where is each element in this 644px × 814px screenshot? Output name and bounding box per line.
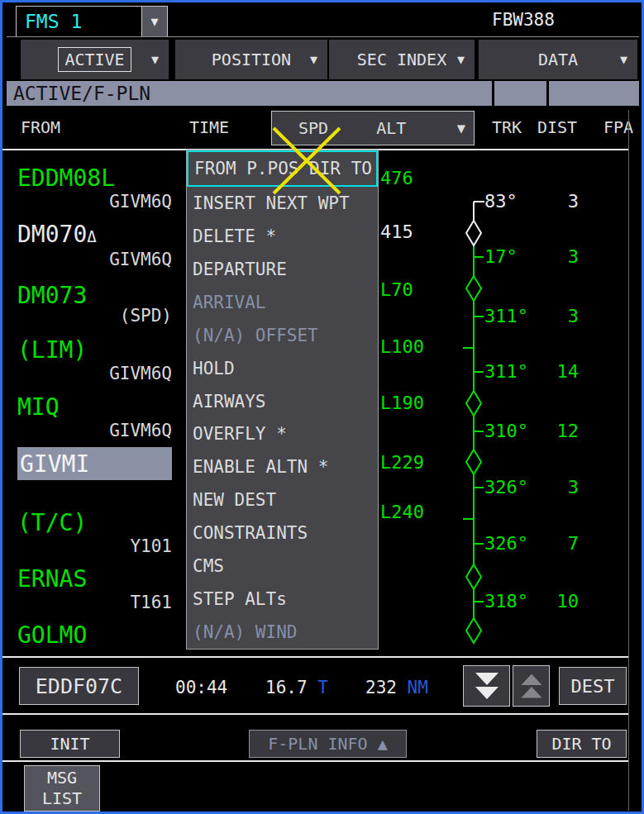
menu-item-enable-altn[interactable]: ENABLE ALTN * bbox=[187, 450, 378, 483]
alt-value: L190 bbox=[380, 393, 424, 413]
leg-distance-value: 3 bbox=[521, 306, 579, 326]
alt-value: L240 bbox=[380, 502, 424, 522]
menu-item-new-dest[interactable]: NEW DEST bbox=[187, 483, 378, 516]
col-header-from: FROM bbox=[21, 117, 60, 137]
divider bbox=[546, 81, 549, 106]
divider bbox=[2, 760, 628, 762]
alt-value: 476 bbox=[380, 168, 413, 188]
menu-item-insert-next-wpt[interactable]: INSERT NEXT WPT bbox=[187, 187, 378, 220]
tab-active-label: ACTIVE bbox=[58, 47, 131, 72]
menu-item-n-a-wind: (N/A) WIND bbox=[187, 616, 378, 649]
leg-distance-value: 10 bbox=[521, 591, 579, 612]
leg-distance-value: 7 bbox=[521, 533, 579, 554]
double-chevron-down-icon bbox=[470, 671, 503, 701]
chevron-down-icon: ▼ bbox=[457, 120, 465, 136]
col-header-time: TIME bbox=[189, 117, 229, 137]
menu-item-constraints[interactable]: CONSTRAINTS bbox=[187, 516, 378, 550]
fms-source-label: FMS 1 bbox=[17, 7, 141, 36]
menu-item-cms[interactable]: CMS bbox=[187, 550, 378, 583]
alt-value: L229 bbox=[380, 452, 424, 473]
tab-active[interactable]: ACTIVE ▼ bbox=[21, 40, 169, 79]
leg-distance-value: 12 bbox=[521, 421, 579, 441]
waypoint-diamond-active bbox=[466, 221, 481, 245]
airway-label-givm6q: GIVM6Q bbox=[17, 250, 172, 269]
tab-data[interactable]: DATA ▼ bbox=[479, 40, 637, 79]
col-header-spd: SPD bbox=[298, 118, 328, 138]
chevron-down-icon: ▼ bbox=[457, 52, 465, 67]
waypoint-diamond bbox=[466, 564, 481, 589]
waypoint-row-miq[interactable]: MIQ bbox=[17, 393, 60, 421]
leg-track-value: 83° bbox=[484, 191, 518, 212]
airway-label-t161: T161 bbox=[17, 593, 172, 612]
init-button[interactable]: INIT bbox=[20, 730, 120, 758]
efob-unit: T bbox=[317, 678, 328, 697]
airway-label-givm6q: GIVM6Q bbox=[17, 364, 172, 383]
destination-airport-button[interactable]: EDDF07C bbox=[19, 667, 139, 705]
chevron-down-icon: ▼ bbox=[310, 52, 317, 67]
chevron-down-icon: ▼ bbox=[151, 52, 159, 67]
waypoint-row-dm070[interactable]: DM070Δ bbox=[17, 221, 97, 248]
fms-source-selector[interactable]: FMS 1 ▼ bbox=[16, 6, 168, 37]
breadcrumb: ACTIVE/F-PLN bbox=[7, 81, 639, 106]
fpln-info-button[interactable]: F-PLN INFO ▲ bbox=[249, 730, 407, 758]
distance-value: 232 bbox=[365, 678, 397, 697]
table-right-divider bbox=[628, 110, 629, 811]
tab-position[interactable]: POSITION ▼ bbox=[175, 40, 327, 79]
waypoint-row-eddm08l[interactable]: EDDM08L bbox=[17, 164, 115, 192]
waypoint-row-golmo[interactable]: GOLMO bbox=[17, 621, 87, 649]
scroll-up-button[interactable] bbox=[513, 665, 550, 707]
msg-list-button[interactable]: MSG LIST bbox=[24, 765, 100, 812]
waypoint-diamond bbox=[466, 618, 481, 643]
waypoint-diamond bbox=[466, 450, 481, 474]
tab-sec-index[interactable]: SEC INDEX ▼ bbox=[329, 40, 475, 79]
flyover-triangle-icon: Δ bbox=[87, 227, 96, 245]
menu-item-airways[interactable]: AIRWAYS bbox=[187, 385, 378, 418]
fms-mfd-screen: FMS 1 ▼ FBW388 ACTIVE ▼ POSITION ▼ SEC I… bbox=[0, 0, 644, 814]
destination-efob: 16.7 T bbox=[265, 678, 328, 697]
menu-item-hold[interactable]: HOLD bbox=[187, 352, 378, 385]
leg-track-value: 17° bbox=[484, 246, 518, 267]
scroll-down-button[interactable] bbox=[463, 665, 510, 707]
alt-value: 415 bbox=[380, 221, 413, 242]
col-header-trk: TRK bbox=[492, 117, 522, 137]
divider bbox=[2, 656, 628, 658]
waypoint-row-t-c[interactable]: (T/C) bbox=[17, 509, 87, 536]
menu-item-overfly[interactable]: OVERFLY * bbox=[187, 418, 378, 451]
divider bbox=[2, 713, 628, 715]
double-chevron-up-icon bbox=[517, 671, 546, 701]
menu-item-from-p-pos-dir-to[interactable]: FROM P.POS DIR TO bbox=[187, 150, 378, 187]
menu-item-delete[interactable]: DELETE * bbox=[187, 220, 378, 253]
waypoint-row-ernas[interactable]: ERNAS bbox=[17, 565, 87, 593]
waypoint-row-lim[interactable]: (LIM) bbox=[17, 336, 87, 364]
airway-label-y101: Y101 bbox=[17, 536, 172, 556]
leg-distance-value: 14 bbox=[521, 361, 579, 382]
divider bbox=[492, 81, 494, 106]
leg-distance-value: 3 bbox=[521, 477, 579, 497]
airway-label-givm6q: GIVM6Q bbox=[17, 421, 172, 440]
spd-alt-column-dropdown[interactable]: SPD ALT ▼ bbox=[271, 111, 475, 145]
tab-sec-index-label: SEC INDEX bbox=[357, 50, 446, 69]
dest-button[interactable]: DEST bbox=[559, 667, 627, 705]
waypoint-diamond bbox=[466, 391, 481, 416]
dir-to-button[interactable]: DIR TO bbox=[537, 730, 627, 758]
col-header-dist: DIST bbox=[537, 117, 577, 137]
chevron-down-icon: ▼ bbox=[620, 52, 627, 67]
menu-item-departure[interactable]: DEPARTURE bbox=[187, 253, 378, 286]
destination-distance: 232 NM bbox=[365, 678, 428, 697]
tab-position-label: POSITION bbox=[212, 50, 291, 69]
col-header-alt: ALT bbox=[376, 118, 406, 138]
waypoint-row-selected-givmi[interactable]: GIVMI bbox=[17, 447, 172, 480]
waypoint-diamond bbox=[466, 276, 481, 301]
context-menu: FROM P.POS DIR TOINSERT NEXT WPTDELETE *… bbox=[186, 150, 379, 650]
distance-unit: NM bbox=[408, 678, 428, 697]
chevron-down-icon[interactable]: ▼ bbox=[141, 7, 167, 36]
divider bbox=[7, 36, 639, 37]
tab-data-label: DATA bbox=[538, 50, 578, 69]
leg-distance-value: 3 bbox=[521, 246, 579, 267]
alt-value: L100 bbox=[380, 336, 424, 357]
menu-item-step-alts[interactable]: STEP ALTs bbox=[187, 583, 378, 616]
efob-value: 16.7 bbox=[265, 678, 308, 697]
flight-number: FBW388 bbox=[492, 10, 555, 30]
menu-item-n-a-offset: (N/A) OFFSET bbox=[187, 319, 378, 352]
alt-value: L70 bbox=[380, 279, 413, 300]
